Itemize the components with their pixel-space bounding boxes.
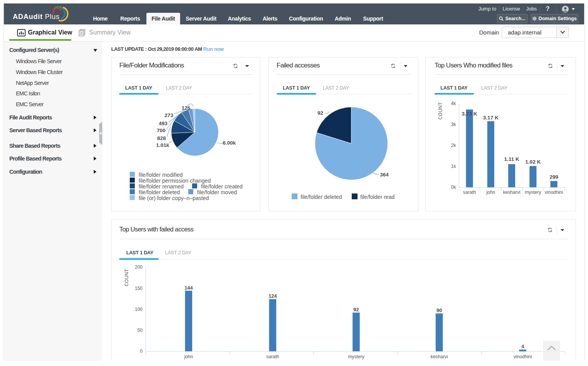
svg-text:3.73 K: 3.73 K bbox=[462, 111, 477, 117]
svg-text:3k: 3k bbox=[451, 122, 456, 127]
svg-text:90: 90 bbox=[437, 307, 442, 313]
svg-text:700: 700 bbox=[157, 128, 166, 133]
svg-text:kesharvi: kesharvi bbox=[503, 190, 521, 195]
svg-text:sarath: sarath bbox=[266, 354, 279, 359]
svg-text:john: john bbox=[184, 354, 193, 359]
svg-text:3.17 K: 3.17 K bbox=[483, 115, 499, 121]
svg-text:mystery: mystery bbox=[348, 354, 364, 359]
svg-text:200: 200 bbox=[135, 264, 143, 270]
svg-text:100: 100 bbox=[135, 307, 143, 312]
svg-text:4k: 4k bbox=[451, 101, 456, 106]
svg-text:mystery: mystery bbox=[525, 190, 541, 195]
svg-text:4: 4 bbox=[521, 344, 524, 349]
svg-text:1.01k: 1.01k bbox=[156, 142, 169, 148]
svg-text:0: 0 bbox=[140, 349, 143, 354]
svg-text:92: 92 bbox=[353, 307, 359, 312]
svg-text:vinodhini: vinodhini bbox=[514, 354, 532, 359]
svg-text:92: 92 bbox=[317, 110, 323, 116]
svg-text:273: 273 bbox=[165, 112, 174, 118]
svg-text:50: 50 bbox=[138, 328, 143, 333]
svg-text:COUNT: COUNT bbox=[438, 102, 443, 119]
svg-text:vinodhini: vinodhini bbox=[545, 190, 563, 195]
svg-text:364: 364 bbox=[380, 172, 389, 178]
svg-text:124: 124 bbox=[268, 293, 277, 299]
svg-text:john: john bbox=[486, 190, 495, 195]
svg-text:6.00k: 6.00k bbox=[223, 140, 236, 146]
svg-text:150: 150 bbox=[135, 286, 143, 291]
svg-text:828: 828 bbox=[157, 135, 166, 141]
svg-text:1k: 1k bbox=[451, 164, 456, 169]
svg-text:sarath: sarath bbox=[463, 190, 476, 195]
svg-text:1.02 K: 1.02 K bbox=[525, 159, 541, 165]
svg-text:144: 144 bbox=[184, 285, 193, 291]
svg-text:kesharvi: kesharvi bbox=[431, 354, 448, 359]
svg-text:2k: 2k bbox=[451, 143, 456, 148]
svg-text:0k: 0k bbox=[451, 185, 456, 190]
svg-text:COUNT: COUNT bbox=[124, 269, 129, 286]
svg-text:299: 299 bbox=[550, 174, 559, 180]
svg-text:493: 493 bbox=[159, 121, 168, 126]
svg-text:125: 125 bbox=[182, 105, 191, 111]
svg-text:1.11 K: 1.11 K bbox=[504, 156, 519, 162]
